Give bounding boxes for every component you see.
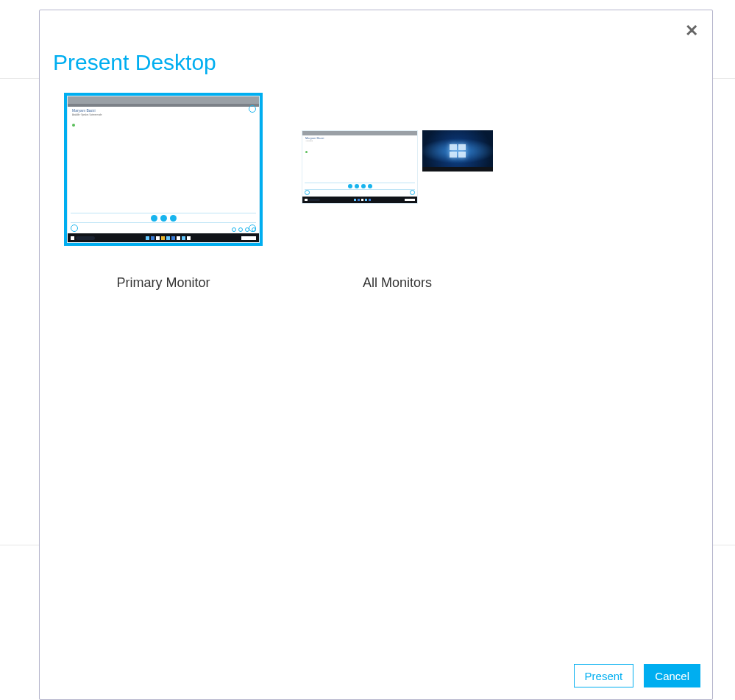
dialog-footer: Present Cancel — [40, 664, 712, 699]
all-monitors-preview: Maryam Bazzi Available — [302, 130, 493, 208]
monitor-thumbnail-all: Maryam Bazzi Available — [298, 93, 497, 246]
monitor-thumbnail-primary: Maryam Bazzi Available · Speaker / Liste… — [64, 93, 263, 246]
monitor-options-container: Maryam Bazzi Available · Speaker / Liste… — [40, 75, 712, 291]
cancel-button[interactable]: Cancel — [644, 664, 700, 687]
monitor-option-label: Primary Monitor — [116, 275, 210, 291]
monitor-option-all[interactable]: Maryam Bazzi Available — [287, 93, 508, 291]
primary-monitor-preview: Maryam Bazzi Available · Speaker / Liste… — [67, 96, 260, 243]
all-monitors-preview-monitor-2 — [422, 130, 493, 172]
monitor-option-primary[interactable]: Maryam Bazzi Available · Speaker / Liste… — [53, 93, 274, 291]
present-desktop-dialog: ✕ Present Desktop Maryam Bazzi Available… — [39, 10, 713, 700]
present-button[interactable]: Present — [574, 664, 634, 687]
dialog-title: Present Desktop — [40, 10, 712, 75]
close-icon: ✕ — [685, 21, 698, 40]
all-monitors-preview-monitor-1: Maryam Bazzi Available — [302, 130, 418, 204]
close-button[interactable]: ✕ — [681, 21, 702, 41]
monitor-option-label: All Monitors — [363, 275, 432, 291]
